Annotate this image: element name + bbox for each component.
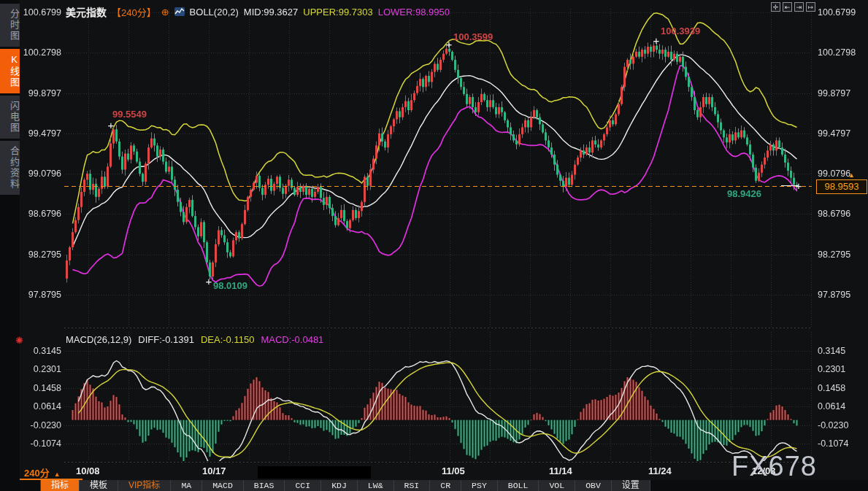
macd-tick-label: -0.1074 bbox=[818, 438, 867, 449]
price-up-arrow-icon: ▲ bbox=[848, 171, 855, 179]
macd-diff-value: DIFF:-0.1391 bbox=[138, 334, 194, 345]
macd-tick-label: 0.3145 bbox=[818, 345, 867, 357]
macd-params-label: MACD(26,12,9) bbox=[66, 334, 131, 345]
toolbar-button-OBV[interactable]: OBV bbox=[575, 480, 612, 491]
price-annotation: 99.5549 bbox=[112, 109, 147, 120]
toolbar-button-BIAS[interactable]: BIAS bbox=[244, 480, 285, 491]
toolbar-button-指标[interactable]: 指标 bbox=[40, 480, 80, 491]
macd-tick-label: 0.2301 bbox=[818, 363, 867, 375]
period-tab-label: 240分 bbox=[24, 468, 50, 479]
macd-header: MACD(26,12,9) DIFF:-0.1391 DEA:-0.1150 M… bbox=[66, 334, 323, 345]
toolbar-button-VIP指标[interactable]: VIP指标 bbox=[118, 480, 171, 491]
period-title: 【240分】 bbox=[112, 5, 156, 19]
crosshair-icon[interactable]: ✛ bbox=[771, 2, 780, 12]
trading-app-window: 分时图K线图闪电图合约资料 美元指数 【240分】 ⊕ BOLL(20,2) M… bbox=[0, 0, 868, 491]
price-tick-label: 98.2795 bbox=[818, 249, 867, 260]
sidebar-tab-闪电图[interactable]: 闪电图 bbox=[0, 96, 20, 139]
fx678-watermark: FX678 bbox=[731, 451, 817, 482]
boll-indicator-label: BOLL(20,2) bbox=[190, 7, 239, 18]
sidebar-tab-分时图[interactable]: 分时图 bbox=[0, 4, 20, 47]
axis-zoom-left-icon[interactable]: ⇤ bbox=[783, 2, 792, 12]
sidebar-tab-合约资料[interactable]: 合约资料 bbox=[0, 141, 20, 195]
price-annotation: 100.3939 bbox=[661, 26, 700, 36]
toolbar-button-MA[interactable]: MA bbox=[171, 480, 202, 491]
macd-tick-label: 0.1458 bbox=[818, 382, 867, 394]
symbol-title: 美元指数 bbox=[66, 4, 107, 19]
price-tick-label: 97.8795 bbox=[818, 289, 867, 301]
macd-macd-value: MACD:-0.0481 bbox=[261, 334, 323, 345]
crosshair-marker-icon: + bbox=[108, 119, 115, 131]
last-price-pointer-line bbox=[781, 185, 799, 186]
date-label: 11/14 bbox=[549, 465, 572, 476]
price-tick-label: 99.0796 bbox=[818, 168, 867, 179]
date-label: 11/05 bbox=[442, 465, 465, 476]
toolbar-button-CCI[interactable]: CCI bbox=[285, 480, 321, 491]
crosshair-marker-icon: + bbox=[206, 275, 212, 287]
price-tick-label: 99.8797 bbox=[818, 88, 867, 99]
price-tick-label: 100.2798 bbox=[818, 47, 867, 58]
toolbar-button-KDJ[interactable]: KDJ bbox=[321, 480, 358, 491]
toolbar-button-PSY[interactable]: PSY bbox=[461, 480, 498, 491]
price-tick-label: 100.6799 bbox=[818, 7, 867, 18]
date-label: 10/17 bbox=[202, 465, 226, 476]
last-price-badge: 98.9593 bbox=[816, 179, 867, 194]
toolbar-button-BOLL[interactable]: BOLL bbox=[498, 480, 539, 491]
macd-dea-value: DEA:-0.1150 bbox=[201, 334, 254, 345]
price-macd-chart-canvas[interactable] bbox=[0, 0, 868, 491]
sidebar-chart-type-tabs: 分时图K线图闪电图合约资料 bbox=[0, 0, 20, 491]
toolbar-button-MACD[interactable]: MACD bbox=[202, 480, 244, 491]
macd-tick-label: 0.0614 bbox=[818, 401, 867, 412]
date-label: 11/24 bbox=[648, 465, 672, 476]
boll-mid-value: MID:99.3627 bbox=[244, 7, 298, 18]
date-label: 10/08 bbox=[76, 465, 100, 476]
macd-indicator-icon[interactable]: ✺ bbox=[15, 335, 23, 346]
plus-circle-icon[interactable]: ⊕ bbox=[161, 7, 169, 18]
toolbar-button-设置[interactable]: 设置 bbox=[612, 480, 650, 491]
axis-zoom-right-icon[interactable]: ⇥ bbox=[794, 2, 804, 12]
toolbar-button-模板[interactable]: 模板 bbox=[80, 480, 118, 491]
chart-toolbar-icons: ✛⇤⇥↦ bbox=[771, 2, 815, 12]
blackout-box bbox=[258, 466, 371, 479]
toolbar-button-LW&[interactable]: LW& bbox=[358, 480, 394, 491]
toolbar-button-VOL[interactable]: VOL bbox=[539, 480, 575, 491]
sidebar-tab-K线图[interactable]: K线图 bbox=[0, 49, 20, 93]
toolbar-button-CR[interactable]: CR bbox=[430, 480, 461, 491]
macd-tick-label: -0.0230 bbox=[818, 420, 867, 431]
boll-upper-value: UPPER:99.7303 bbox=[303, 7, 372, 18]
price-tick-label: 98.6796 bbox=[818, 208, 867, 220]
price-annotation: 98.0109 bbox=[213, 280, 247, 291]
period-tab[interactable]: 240分▲ bbox=[24, 465, 61, 479]
pan-right-icon[interactable]: ↦ bbox=[806, 2, 815, 12]
price-tick-label: 99.4797 bbox=[818, 128, 867, 139]
indicator-chart-icon[interactable] bbox=[174, 7, 185, 16]
chevron-up-icon: ▲ bbox=[54, 471, 61, 478]
price-annotation: 100.3599 bbox=[453, 31, 493, 42]
price-annotation: 98.9426 bbox=[727, 188, 761, 199]
toolbar-button-RSI[interactable]: RSI bbox=[394, 480, 431, 491]
boll-lower-value: LOWER:98.9950 bbox=[378, 7, 450, 18]
crosshair-marker-icon: + bbox=[446, 38, 453, 50]
crosshair-marker-icon: + bbox=[653, 34, 660, 47]
chart-header: 美元指数 【240分】 ⊕ BOLL(20,2) MID:99.3627 UPP… bbox=[66, 4, 450, 19]
